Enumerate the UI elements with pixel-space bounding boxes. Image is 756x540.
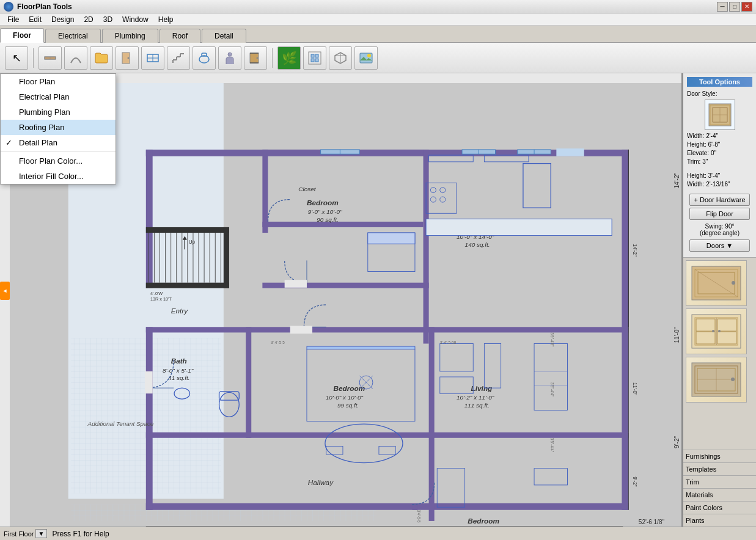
dim-label-3: 9'-2" [673, 436, 680, 448]
panel-furnishings[interactable]: Furnishings [683, 450, 756, 462]
view-2d-button[interactable] [303, 46, 326, 70]
main-layout: // ruler ticks drawn in main SVG below ◄ [0, 73, 756, 527]
menu-design[interactable]: Design [46, 14, 79, 25]
close-button[interactable]: ✕ [741, 2, 752, 12]
svg-rect-120 [534, 344, 567, 410]
toolbar-separator-1 [33, 48, 34, 68]
menu-detail-plan[interactable]: Detail Plan [1, 135, 116, 150]
door-style-preview[interactable] [705, 100, 735, 130]
svg-point-14 [199, 56, 209, 63]
right-panel: Tool Options Door Style: Width: 2'-4" He… [683, 73, 756, 527]
tab-electrical[interactable]: Electrical [45, 29, 101, 43]
panel-paint-colors[interactable]: Paint Colors [683, 501, 756, 514]
svg-rect-25 [315, 59, 318, 62]
svg-rect-38 [146, 503, 629, 510]
window-button[interactable] [141, 46, 164, 70]
menu-file[interactable]: File [2, 14, 24, 25]
person-button[interactable] [218, 46, 241, 70]
svg-text:8'-0" x 5'-1": 8'-0" x 5'-1" [163, 367, 194, 374]
panel-materials[interactable]: Materials [683, 488, 756, 501]
svg-text:Bedroom: Bedroom [307, 199, 339, 206]
svg-rect-153 [556, 148, 584, 156]
floor-label: First Floor [4, 530, 34, 538]
svg-point-128 [325, 424, 403, 463]
svg-point-168 [732, 281, 735, 285]
svg-text:41 sq.ft.: 41 sq.ft. [168, 374, 189, 381]
panel-templates[interactable]: Templates [683, 462, 756, 475]
svg-point-18 [257, 57, 259, 59]
menu-plumbing-plan[interactable]: Plumbing Plan [1, 104, 116, 120]
svg-rect-154 [437, 469, 464, 508]
view-3d-button[interactable] [329, 46, 352, 70]
minimize-button[interactable]: ─ [717, 2, 728, 12]
menu-floor-plan[interactable]: Floor Plan [1, 74, 116, 89]
tab-floor[interactable]: Floor [0, 28, 44, 43]
svg-text:3'-4'-5-68: 3'-4'-5-68 [440, 340, 457, 345]
door-thumb-1[interactable] [686, 260, 747, 306]
menu-window[interactable]: Window [117, 14, 153, 25]
door-hardware-button[interactable]: + Door Hardware [689, 194, 750, 206]
svg-text:3'4'-5-5: 3'4'-5-5 [417, 510, 421, 523]
svg-text:10'-0" x 10'-0": 10'-0" x 10'-0" [326, 394, 364, 401]
panel-plants[interactable]: Plants [683, 514, 756, 527]
svg-rect-43 [146, 327, 629, 332]
tab-plumbing[interactable]: Plumbing [102, 29, 158, 43]
floor-down-button[interactable]: ▼ [35, 529, 48, 538]
help-text: Press F1 for Help [52, 530, 109, 538]
flip-door-button[interactable]: Flip Door [689, 208, 750, 220]
svg-point-176 [712, 330, 714, 332]
svg-point-177 [718, 330, 721, 332]
prop-width2: Width: 2'-13/16" [687, 181, 752, 188]
canvas-area[interactable]: // ruler ticks drawn in main SVG below ◄ [0, 73, 683, 527]
app-title: FloorPlan Tools [17, 2, 72, 11]
menu-interior-fill-color[interactable]: Interior Fill Color... [1, 169, 116, 184]
svg-text:11'-0": 11'-0" [632, 382, 637, 395]
fixture-button[interactable] [193, 46, 216, 70]
tab-detail[interactable]: Detail [202, 29, 246, 43]
svg-rect-118 [440, 377, 473, 393]
door-button[interactable] [116, 46, 139, 70]
menu-floor-plan-color[interactable]: Floor Plan Color... [1, 153, 116, 169]
svg-rect-155 [534, 469, 567, 485]
svg-text:90 sq.ft.: 90 sq.ft. [317, 216, 338, 223]
svg-rect-34 [71, 338, 221, 493]
svg-point-4 [128, 57, 130, 59]
prop-elevate: Elevate: 0" [687, 150, 752, 156]
menu-2d[interactable]: 2D [79, 14, 98, 25]
door2-button[interactable] [244, 46, 267, 70]
svg-point-30 [367, 54, 371, 57]
menu-3d[interactable]: 3D [98, 14, 117, 25]
doors-category-button[interactable]: Doors ▼ [689, 239, 750, 252]
svg-text:Bedroom: Bedroom [468, 517, 499, 525]
tab-roof[interactable]: Roof [160, 29, 200, 43]
arc-tool-button[interactable] [64, 46, 87, 70]
svg-text:13R x 10'T: 13R x 10'T [150, 296, 172, 302]
svg-rect-24 [311, 59, 314, 62]
draw-wall-button[interactable] [39, 46, 62, 70]
menu-help[interactable]: Help [153, 14, 178, 25]
select-tool-button[interactable]: ↖ [5, 46, 28, 70]
menu-roofing-plan[interactable]: Roofing Plan [1, 120, 116, 135]
menu-electrical-plan[interactable]: Electrical Plan [1, 89, 116, 104]
svg-rect-51 [262, 222, 423, 227]
stair-button[interactable] [167, 46, 190, 70]
svg-text:3'9"-4'8": 3'9"-4'8" [550, 332, 554, 346]
panel-trim[interactable]: Trim [683, 475, 756, 488]
plant-button[interactable]: 🌿 [277, 46, 301, 70]
menu-edit[interactable]: Edit [24, 14, 46, 25]
svg-point-109 [430, 188, 436, 193]
status-bar: First Floor ▼ Press F1 for Help [0, 527, 756, 540]
folder-button[interactable] [90, 46, 113, 70]
svg-text:99 sq.ft.: 99 sq.ft. [337, 402, 359, 409]
panel-sections: Furnishings Templates Trim Materials Pai… [683, 450, 756, 527]
svg-rect-107 [523, 164, 551, 208]
door-thumb-3[interactable] [686, 357, 747, 403]
door-thumb-2[interactable] [686, 308, 747, 354]
render-button[interactable] [354, 46, 378, 70]
dropdown-menu[interactable]: Floor Plan Electrical Plan Plumbing Plan… [0, 73, 116, 184]
svg-point-112 [440, 197, 446, 202]
scroll-handle[interactable]: ◄ [0, 282, 10, 300]
maximize-button[interactable]: □ [729, 2, 740, 12]
menu-separator [1, 151, 116, 152]
svg-rect-123 [307, 346, 415, 349]
